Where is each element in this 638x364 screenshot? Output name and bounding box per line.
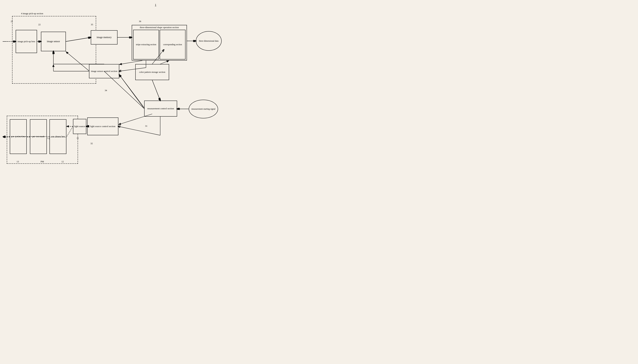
- light-source-box: light source: [73, 119, 86, 134]
- svg-line-36: [160, 60, 169, 64]
- figure-number: 1: [155, 3, 156, 7]
- label-34: 34: [105, 89, 107, 92]
- three-dim-data-ellipse: three-dimensional data: [196, 31, 222, 51]
- image-sensor-box: image sensor: [41, 32, 66, 51]
- image-pickup-section-label: 4 image pick-up section: [21, 12, 43, 15]
- svg-line-37: [152, 80, 160, 100]
- light-source-control-box: light source control section: [87, 118, 118, 135]
- pattern-mask-box: pat- tern mask: [30, 119, 47, 154]
- corresponding-box: corresponding section: [160, 30, 186, 60]
- svg-line-11: [152, 80, 160, 100]
- projection-lens-box: pro- jection lens: [10, 119, 27, 154]
- condenser-lens-box: con- denser lens: [50, 119, 66, 154]
- measurement-control-box: measurement control section: [144, 100, 177, 116]
- label-31: 31: [145, 124, 148, 128]
- image-memory-box: image memory: [91, 30, 118, 44]
- svg-line-15: [118, 126, 160, 135]
- stripe-extracting-box: stripe extracting section: [133, 30, 159, 60]
- measurement-starting-ellipse: measurement starting signal: [189, 100, 218, 118]
- label-36: 36: [139, 20, 141, 23]
- image-pickup-lens-box: image pick-up lens: [16, 30, 37, 53]
- three-dim-op-box: three-dimensional shape operation sectio…: [132, 25, 187, 60]
- color-pattern-storage-box: color pattern storage section: [135, 64, 169, 80]
- image-sensor-control-box: image sensor control section: [89, 64, 119, 78]
- three-dim-op-label: three-dimensional shape operation sectio…: [133, 26, 186, 29]
- svg-line-35: [119, 60, 142, 64]
- label-32: 32: [90, 142, 93, 145]
